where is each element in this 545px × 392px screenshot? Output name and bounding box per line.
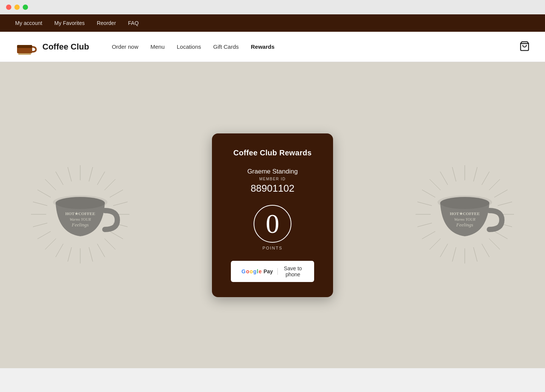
svg-line-8 — [110, 231, 123, 239]
window-chrome — [0, 0, 545, 14]
decoration-cup-left: HOT★COFFEE Warms YOUR Feelings — [27, 158, 133, 273]
points-label: POINTS — [231, 246, 314, 250]
brand-name: Coffee Club — [42, 42, 89, 52]
rewards-card: Coffee Club Rewards Graeme Standing MEMB… — [212, 133, 333, 297]
rewards-card-title: Coffee Club Rewards — [231, 149, 314, 157]
svg-line-50 — [473, 247, 477, 262]
svg-line-35 — [494, 190, 508, 197]
svg-line-47 — [498, 202, 512, 206]
svg-text:Warms YOUR: Warms YOUR — [454, 217, 475, 222]
svg-rect-2 — [18, 53, 31, 55]
maximize-button[interactable] — [23, 5, 28, 10]
svg-point-58 — [440, 197, 489, 209]
nav-order-now[interactable]: Order now — [112, 43, 138, 50]
svg-line-52 — [430, 239, 441, 249]
reorder-link[interactable]: Reorder — [97, 20, 116, 26]
svg-line-15 — [56, 172, 63, 185]
svg-line-44 — [440, 172, 448, 185]
save-to-phone-button[interactable]: Google Pay Save to phone — [231, 261, 314, 282]
member-id-value: 88901102 — [231, 183, 314, 194]
svg-rect-1 — [17, 45, 32, 48]
svg-line-27 — [68, 167, 72, 181]
save-button-label: Save to phone — [282, 265, 304, 277]
svg-line-25 — [33, 202, 47, 206]
svg-line-40 — [440, 244, 448, 257]
svg-line-56 — [452, 167, 456, 181]
svg-line-22 — [68, 247, 72, 262]
svg-line-14 — [37, 190, 51, 197]
gpay-logo: Google Pay — [241, 268, 273, 274]
svg-line-16 — [89, 167, 93, 181]
svg-point-29 — [56, 197, 105, 209]
svg-line-20 — [104, 239, 115, 249]
svg-line-6 — [110, 190, 123, 197]
svg-line-45 — [473, 167, 477, 181]
close-button[interactable] — [6, 5, 11, 10]
svg-line-54 — [417, 202, 432, 206]
main-header: Coffee Club Order now Menu Locations Gif… — [0, 32, 545, 62]
member-id-label: MEMBER ID — [231, 177, 314, 181]
brand-logo-icon — [15, 37, 38, 56]
svg-line-23 — [45, 239, 56, 249]
cart-icon[interactable] — [519, 41, 530, 53]
svg-line-43 — [422, 190, 435, 197]
svg-text:Feelings: Feelings — [456, 222, 473, 228]
svg-line-34 — [482, 172, 489, 185]
svg-text:Warms YOUR: Warms YOUR — [70, 217, 91, 222]
svg-line-46 — [489, 179, 500, 190]
svg-line-37 — [494, 231, 508, 239]
svg-text:HOT★COFFEE: HOT★COFFEE — [65, 211, 95, 216]
svg-line-41 — [422, 231, 435, 239]
minimize-button[interactable] — [14, 5, 20, 10]
svg-line-38 — [482, 244, 489, 257]
main-nav: Order now Menu Locations Gift Cards Rewa… — [112, 43, 274, 50]
hero-section: HOT★COFFEE Warms YOUR Feelings Coffee Cl… — [0, 62, 545, 368]
nav-gift-cards[interactable]: Gift Cards — [213, 43, 239, 50]
svg-line-9 — [97, 244, 105, 257]
top-nav-bar: My account My Favorites Reorder FAQ — [0, 14, 545, 32]
svg-line-17 — [104, 179, 115, 190]
svg-line-53 — [417, 223, 432, 227]
svg-line-24 — [33, 223, 47, 227]
nav-rewards[interactable]: Rewards — [251, 43, 275, 50]
my-favorites-link[interactable]: My Favorites — [54, 20, 85, 26]
svg-line-5 — [97, 172, 105, 185]
svg-line-11 — [56, 244, 63, 257]
svg-line-18 — [113, 202, 128, 206]
svg-line-51 — [452, 247, 456, 262]
svg-line-55 — [430, 179, 441, 190]
svg-line-49 — [489, 239, 500, 249]
my-account-link[interactable]: My account — [15, 20, 42, 26]
nav-menu[interactable]: Menu — [150, 43, 165, 50]
svg-line-12 — [37, 231, 51, 239]
points-value: 0 — [254, 205, 291, 243]
svg-text:Feelings: Feelings — [72, 222, 89, 228]
member-name: Graeme Standing — [231, 168, 314, 175]
decoration-cup-right: HOT★COFFEE Warms YOUR Feelings — [412, 158, 518, 273]
svg-text:HOT★COFFEE: HOT★COFFEE — [450, 211, 480, 216]
faq-link[interactable]: FAQ — [128, 20, 139, 26]
svg-line-21 — [89, 247, 93, 262]
nav-locations[interactable]: Locations — [177, 43, 201, 50]
brand-link[interactable]: Coffee Club — [15, 37, 89, 56]
gpay-divider — [277, 268, 278, 275]
svg-line-26 — [45, 179, 56, 190]
